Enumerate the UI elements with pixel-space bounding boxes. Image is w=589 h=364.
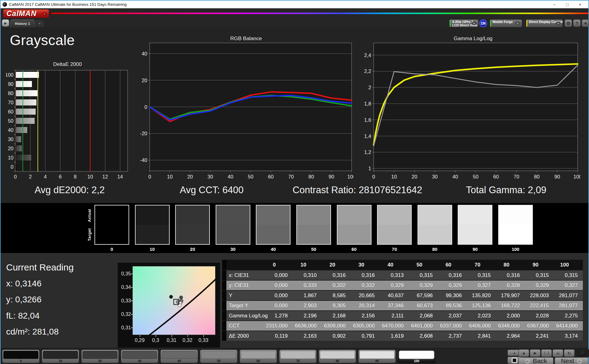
- patch-color: [83, 351, 117, 359]
- table-row-grip: [222, 301, 226, 310]
- cie-x-tick-label: 0,29: [132, 337, 147, 343]
- swatch-box: [256, 205, 291, 245]
- cie-x-tick-label: 0,32: [180, 337, 195, 343]
- meter-dropdown[interactable]: X-Rite i1Pro 2 LCD Direct View ▼: [449, 19, 479, 27]
- table-header-row: 0102030405060708090100: [222, 260, 583, 270]
- help-icon[interactable]: ?: [573, 19, 581, 27]
- swatch-label: 10: [135, 247, 170, 252]
- table-cell: 135,820: [467, 291, 496, 300]
- table-cell: 0,327: [554, 281, 583, 290]
- chevron-down-icon: ▼: [42, 12, 47, 16]
- table-column-header: 50: [409, 260, 438, 270]
- svg-text:2,2: 2,2: [364, 68, 371, 74]
- svg-text:30: 30: [432, 174, 437, 179]
- svg-text:8: 8: [74, 174, 77, 179]
- swatch-label: 30: [216, 247, 250, 252]
- svg-text:10: 10: [391, 174, 397, 179]
- cie-overlay: [133, 266, 216, 335]
- svg-text:-40: -40: [140, 157, 147, 163]
- reading-count-badge[interactable]: 136: [479, 19, 487, 27]
- cie-y-tick: [131, 287, 133, 288]
- meter-accent: [490, 20, 491, 27]
- svg-text:100: 100: [347, 174, 353, 179]
- close-button[interactable]: ×: [574, 1, 587, 8]
- swatch-box: [135, 205, 170, 245]
- table-column-header: 70: [467, 260, 496, 270]
- grayscale-swatch-strip: Actual Target 0102030405060708090100: [1, 203, 588, 253]
- table-row: Target Y0,0002,9039,30520,31437,34660,67…: [222, 300, 583, 310]
- svg-text:100: 100: [6, 72, 13, 78]
- refresh-icon[interactable]: ↻: [564, 349, 575, 357]
- svg-text:12: 12: [102, 174, 108, 179]
- reading-y: y: 0,3266: [6, 295, 41, 305]
- patch-button-10[interactable]: 10: [42, 350, 79, 363]
- calman-menu-button[interactable]: CalMAN ▼: [3, 9, 49, 18]
- cie-y-tick: [131, 314, 133, 315]
- table-row-grip: [222, 281, 226, 290]
- patch-button-30[interactable]: 30: [121, 350, 158, 363]
- next-button[interactable]: Next »: [555, 357, 588, 364]
- deltae-bar-chart: 100908070605040302010002468101214: [6, 69, 129, 183]
- table-cell: 228,003: [525, 291, 554, 300]
- table-cell: 0,000: [264, 301, 293, 310]
- swatch-label: 50: [296, 247, 331, 252]
- patch-button-70[interactable]: 70: [279, 350, 317, 363]
- minimize-button[interactable]: −: [548, 1, 561, 8]
- stop-icon[interactable]: ■: [518, 349, 529, 357]
- meter-accent: [450, 20, 451, 27]
- svg-text:-20: -20: [140, 131, 147, 136]
- table-cell: 2315,000: [264, 321, 293, 331]
- patch-button-80[interactable]: 80: [319, 350, 356, 363]
- continuous-read-icon[interactable]: ∞: [552, 349, 563, 357]
- app-window: CalMAN 2017 CalMAN Ultimate for Business…: [0, 0, 589, 364]
- table-cell: 125,136: [467, 301, 496, 310]
- patch-button-100[interactable]: 100: [398, 350, 435, 363]
- grayscale-swatch: 80: [418, 205, 452, 252]
- display-control-dropdown[interactable]: Direct Display Control ▼: [526, 19, 563, 27]
- maximize-button[interactable]: □: [561, 1, 574, 8]
- patch-button-60[interactable]: 60: [240, 350, 277, 363]
- table-cell: 6470,000: [379, 321, 409, 331]
- source-dropdown[interactable]: Mobile Forge ▼: [490, 19, 522, 27]
- table-row-label: x: CIE31: [226, 270, 264, 280]
- table-cell: 0,329: [409, 281, 438, 290]
- tab-scroll-button[interactable]: ▶: [2, 19, 9, 27]
- table-cell: 0,315: [554, 270, 583, 280]
- swatch-label: 0: [94, 247, 129, 252]
- svg-text:60: 60: [268, 174, 274, 179]
- play-icon[interactable]: ▶: [530, 349, 541, 357]
- avg-cct-stat: Avg CCT: 6400: [180, 185, 244, 196]
- patch-button-0[interactable]: 0: [2, 350, 40, 363]
- patch-label: 60: [241, 359, 276, 363]
- deltae-chart-title: DeltaE 2000: [53, 61, 82, 67]
- table-cell: 3,174: [554, 331, 583, 341]
- table-cell: 0,328: [496, 281, 525, 290]
- table-cell: 0,329: [525, 281, 554, 290]
- table-row-grip: [222, 321, 226, 331]
- patch-color: [399, 351, 434, 359]
- table-cell: 6309,000: [321, 321, 351, 331]
- table-cell: 0,119: [264, 331, 293, 341]
- table-cell: 179,907: [496, 291, 525, 300]
- read-series-icon[interactable]: [↔]: [541, 349, 552, 357]
- patch-button-50[interactable]: 50: [200, 350, 237, 363]
- svg-text:20: 20: [8, 146, 13, 151]
- grayscale-swatch: 50: [296, 205, 331, 252]
- table-cell: 2,737: [438, 331, 467, 341]
- swatch-box: [498, 205, 533, 245]
- back-button[interactable]: « Back: [518, 357, 553, 364]
- table-cell: 9,305: [321, 301, 351, 310]
- table-cell: 6414,000: [554, 321, 583, 331]
- calman-logo-text: CalMAN: [6, 9, 37, 18]
- patch-button-20[interactable]: 20: [81, 350, 119, 363]
- patch-button-40[interactable]: 40: [160, 350, 198, 363]
- tab-history-1[interactable]: History 1: [10, 19, 35, 28]
- table-column-header: 90: [525, 260, 554, 270]
- logo-bar: CalMAN ▼: [1, 8, 588, 19]
- table-cell: 2,028: [525, 311, 554, 320]
- svg-text:80: 80: [8, 90, 13, 96]
- patch-button-90[interactable]: 90: [358, 350, 396, 363]
- gear-icon[interactable]: ⚙: [564, 19, 572, 27]
- add-tab-button[interactable]: +: [36, 20, 44, 26]
- collapse-panel-icon[interactable]: ◀: [582, 19, 589, 27]
